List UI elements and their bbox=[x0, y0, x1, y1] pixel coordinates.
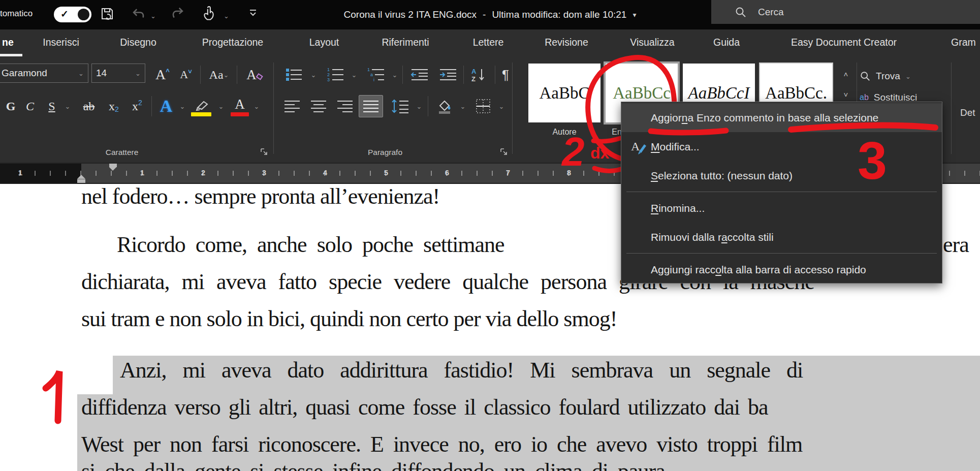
replace-icon: ab bbox=[860, 93, 869, 102]
menu-item-aggiungi-barra[interactable]: Aggiungi raccolta alla barra di accesso … bbox=[621, 255, 942, 284]
borders-button[interactable] bbox=[470, 95, 496, 117]
doc-line-selected: diffidenza verso gli altri, quasi come f… bbox=[81, 396, 768, 419]
svg-text:i: i bbox=[373, 77, 374, 82]
underline-button[interactable]: S bbox=[43, 95, 61, 117]
ruler-margin-zone: 1 bbox=[0, 164, 81, 183]
font-name-value: Garamond bbox=[2, 68, 47, 79]
search-icon bbox=[860, 71, 871, 82]
tab-home-fragment[interactable]: ne bbox=[2, 37, 14, 48]
font-color-button[interactable]: A bbox=[229, 95, 251, 117]
tab-guida[interactable]: Guida bbox=[713, 37, 740, 48]
pilcrow-button[interactable]: ¶ bbox=[497, 65, 514, 85]
tab-visualizza[interactable]: Visualizza bbox=[630, 37, 674, 48]
font-name-combo[interactable]: Garamond ⌄ bbox=[0, 64, 88, 83]
decrease-indent-button[interactable] bbox=[406, 65, 433, 85]
superscript-button[interactable]: x2 bbox=[127, 95, 147, 117]
tab-grammarly-fragment[interactable]: Gram bbox=[951, 37, 976, 48]
title-menu-chevron-icon[interactable]: ▾ bbox=[633, 11, 636, 19]
ruler-number: 2 bbox=[201, 168, 205, 177]
active-tab-indicator bbox=[0, 54, 22, 56]
bullets-button[interactable] bbox=[280, 65, 308, 85]
svg-text:2: 2 bbox=[327, 72, 330, 77]
first-line-indent-marker[interactable] bbox=[109, 164, 117, 171]
align-right-button[interactable] bbox=[333, 95, 357, 117]
italic-button[interactable]: C bbox=[21, 95, 39, 117]
tab-lettere[interactable]: Lettere bbox=[473, 37, 504, 48]
shading-chevron-icon[interactable]: ⌄ bbox=[457, 95, 468, 117]
bold-button[interactable]: G bbox=[2, 95, 19, 117]
title-bar: tomatico ✓ ⌄ ⌄ bbox=[0, 0, 980, 29]
strikethrough-button[interactable]: ab bbox=[77, 95, 101, 117]
shading-button[interactable] bbox=[432, 95, 457, 117]
last-modified-label: Ultima modifica: dom alle 10:21 bbox=[492, 9, 626, 20]
justify-button[interactable] bbox=[359, 95, 383, 117]
grow-font-button[interactable]: A˄ bbox=[151, 65, 174, 85]
tab-riferimenti[interactable]: Riferimenti bbox=[382, 37, 429, 48]
text-effects-button[interactable]: A bbox=[155, 95, 177, 117]
search-input[interactable]: Cerca bbox=[711, 0, 980, 24]
tab-easy-document-creator[interactable]: Easy Document Creator bbox=[791, 37, 897, 48]
tab-revisione[interactable]: Revisione bbox=[545, 37, 588, 48]
highlight-chevron-icon[interactable]: ⌄ bbox=[215, 95, 227, 117]
doc-line: Ricordo come, anche solo poche settimane bbox=[117, 234, 504, 256]
numbering-button[interactable]: 123 bbox=[321, 65, 349, 85]
gallery-scroll-down-icon[interactable]: ˅ bbox=[839, 88, 852, 101]
clear-formatting-button[interactable]: A bbox=[242, 65, 268, 85]
edit-style-icon: A bbox=[629, 138, 648, 156]
align-center-button[interactable] bbox=[307, 95, 330, 117]
svg-text:1: 1 bbox=[367, 67, 370, 72]
doc-line-fragment: era bbox=[943, 234, 969, 256]
increase-indent-button[interactable] bbox=[435, 65, 461, 85]
title-separator: - bbox=[483, 9, 486, 20]
svg-text:A: A bbox=[631, 140, 640, 153]
align-left-button[interactable] bbox=[280, 95, 304, 117]
text-effects-chevron-icon[interactable]: ⌄ bbox=[177, 95, 188, 117]
ruler-number: 4 bbox=[323, 168, 327, 177]
svg-text:3: 3 bbox=[327, 77, 330, 82]
style-sample: AaBbCcI bbox=[688, 84, 750, 103]
subscript-button[interactable]: x2 bbox=[104, 95, 124, 117]
svg-text:1: 1 bbox=[327, 67, 330, 72]
underline-chevron-icon[interactable]: ⌄ bbox=[61, 95, 74, 117]
chevron-down-icon: ⌄ bbox=[78, 70, 84, 77]
menu-item-modifica[interactable]: A Modifica... bbox=[621, 132, 942, 161]
style-card-autore[interactable]: AaBbC bbox=[528, 64, 600, 122]
change-case-button[interactable]: Aa⌄ bbox=[204, 65, 234, 85]
menu-item-update-style[interactable]: Aggiorna Enzo commento in base alla sele… bbox=[621, 103, 942, 132]
doc-line-clipped: si che dalla gente si stesse infine diff… bbox=[81, 460, 665, 471]
shrink-font-button[interactable]: A˅ bbox=[176, 65, 196, 85]
doc-line: sui tram e non solo in bici, quindi non … bbox=[81, 308, 617, 330]
bullets-chevron-icon[interactable]: ⌄ bbox=[308, 65, 319, 85]
sort-button[interactable]: AZ bbox=[466, 65, 493, 85]
dialog-launcher-icon[interactable] bbox=[500, 148, 509, 156]
tab-progettazione[interactable]: Progettazione bbox=[202, 37, 263, 48]
menu-item-seleziona-tutto[interactable]: Seleziona tutto: (nessun dato) bbox=[621, 161, 942, 190]
ribbon-tab-bar: ne Inserisci Disegno Progettazione Layou… bbox=[0, 29, 980, 58]
ruler-number: 3 bbox=[262, 168, 266, 177]
tab-layout[interactable]: Layout bbox=[309, 37, 339, 48]
numbering-chevron-icon[interactable]: ⌄ bbox=[349, 65, 360, 85]
font-color-chevron-icon[interactable]: ⌄ bbox=[251, 95, 262, 117]
multilevel-chevron-icon[interactable]: ⌄ bbox=[389, 65, 400, 85]
highlight-color-bar bbox=[191, 112, 211, 116]
line-spacing-button[interactable] bbox=[387, 95, 414, 117]
tab-disegno[interactable]: Disegno bbox=[120, 37, 156, 48]
right-group-fragment: Det bbox=[960, 107, 975, 118]
gallery-scroll-up-icon[interactable]: ˄ bbox=[839, 68, 852, 81]
highlight-button[interactable] bbox=[190, 95, 214, 117]
find-chevron-icon: ⌄ bbox=[905, 73, 911, 80]
font-size-combo[interactable]: 14 ⌄ bbox=[91, 64, 145, 83]
menu-item-rimuovi-raccolta[interactable]: Rimuovi dalla raccolta stili bbox=[621, 223, 942, 252]
multilevel-list-button[interactable]: 1ai bbox=[362, 65, 389, 85]
borders-chevron-icon[interactable]: ⌄ bbox=[496, 95, 507, 117]
style-sample: AaBbCc bbox=[613, 84, 671, 103]
svg-text:a: a bbox=[370, 72, 373, 77]
menu-separator bbox=[626, 192, 937, 192]
dialog-launcher-icon[interactable] bbox=[260, 148, 269, 156]
menu-item-rinomina[interactable]: Rinomina... bbox=[621, 194, 942, 223]
line-spacing-chevron-icon[interactable]: ⌄ bbox=[414, 95, 425, 117]
find-button[interactable]: Trova ⌄ bbox=[860, 71, 911, 82]
ruler-number: 1 bbox=[18, 168, 22, 177]
ruler-number: 7 bbox=[506, 168, 510, 177]
tab-inserisci[interactable]: Inserisci bbox=[43, 37, 79, 48]
